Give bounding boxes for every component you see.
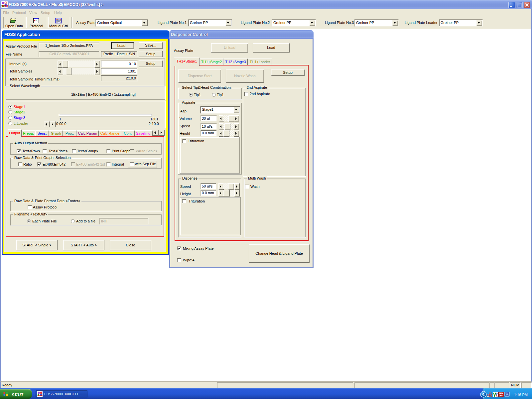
svg-text:start: start (12, 392, 23, 397)
svg-text:FDSS: FDSS (2, 5, 8, 7)
svg-text:FDSS: FDSS (38, 394, 43, 397)
